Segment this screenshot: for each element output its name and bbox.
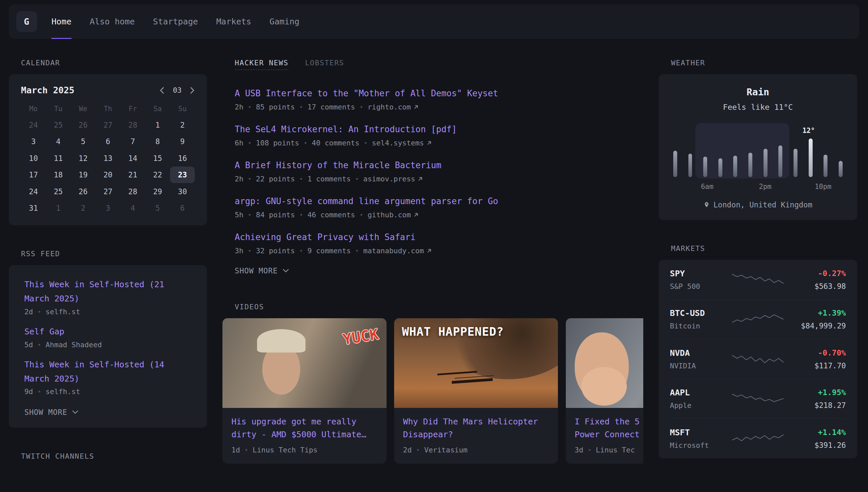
rss-item-link[interactable]: Self Gap <box>24 325 191 339</box>
separator-dot: • <box>360 212 363 218</box>
calendar-day[interactable]: 13 <box>96 150 120 167</box>
calendar-day[interactable]: 5 <box>71 133 96 150</box>
calendar-day[interactable]: 24 <box>21 183 46 199</box>
rss-item-source: Ahmad Shadeed <box>46 341 102 349</box>
calendar-day[interactable]: 3 <box>96 200 120 216</box>
calendar-day[interactable]: 9 <box>170 133 195 150</box>
story-domain[interactable]: sel4.systems <box>372 139 432 147</box>
calendar-day[interactable]: 26 <box>71 183 96 199</box>
separator-dot: • <box>37 388 41 395</box>
weather-bar <box>764 149 767 177</box>
calendar-day-grid: 2425262728123456789101112131415161718192… <box>21 117 195 216</box>
rss-item-link[interactable]: This Week in Self-Hosted (14 March 2025) <box>24 358 191 386</box>
story-domain[interactable]: matanabudy.com <box>363 247 431 255</box>
calendar-day[interactable]: 17 <box>21 167 46 183</box>
video-card[interactable]: WHAT HAPPENED?Why Did The Mars Helicopte… <box>394 318 558 464</box>
calendar-day[interactable]: 7 <box>120 133 145 150</box>
section-label-markets: MARKETS <box>659 244 857 253</box>
calendar-day[interactable]: 27 <box>96 117 120 133</box>
calendar-day[interactable]: 29 <box>145 183 170 199</box>
calendar-weekday-row: MoTuWeThFrSaSu <box>21 105 195 113</box>
calendar-day[interactable]: 25 <box>46 117 71 133</box>
calendar-day[interactable]: 5 <box>145 200 170 216</box>
market-row-aapl[interactable]: AAPLApple+1.95%$218.27 <box>670 379 846 419</box>
calendar-day[interactable]: 21 <box>120 167 145 183</box>
calendar-day[interactable]: 27 <box>96 183 120 199</box>
calendar-prev-button[interactable] <box>159 87 164 94</box>
nav-item-also-home[interactable]: Also home <box>89 4 134 39</box>
market-row-btc-usd[interactable]: BTC-USDBitcoin+1.39%$84,999.29 <box>670 299 846 339</box>
video-age: 1d <box>231 446 240 454</box>
app-logo[interactable]: G <box>16 11 37 32</box>
calendar-day[interactable]: 1 <box>46 200 71 216</box>
nav-item-startpage[interactable]: Startpage <box>153 4 198 39</box>
calendar-day[interactable]: 11 <box>46 150 71 167</box>
calendar-day[interactable]: 4 <box>46 133 71 150</box>
story-age: 2h <box>235 175 243 183</box>
show-more-rss[interactable]: SHOW MORE <box>24 397 191 425</box>
story-domain[interactable]: righto.com <box>367 103 419 111</box>
calendar-day[interactable]: 14 <box>120 150 145 167</box>
calendar-day[interactable]: 4 <box>120 200 145 216</box>
story: A USB Interface to the "Mother of All De… <box>235 87 643 111</box>
section-label-videos: VIDEOS <box>222 303 643 311</box>
calendar-day[interactable]: 20 <box>96 167 120 183</box>
calendar-day[interactable]: 26 <box>71 117 96 133</box>
rss-item-link[interactable]: This Week in Self-Hosted (21 March 2025) <box>24 278 191 306</box>
calendar-day[interactable]: 19 <box>71 167 96 183</box>
market-row-msft[interactable]: MSFTMicrosoft+1.14%$391.26 <box>670 418 846 458</box>
calendar-day[interactable]: 28 <box>120 117 145 133</box>
calendar-day-selected[interactable]: 23 <box>170 167 195 183</box>
calendar-day[interactable]: 12 <box>71 150 96 167</box>
story-link[interactable]: A USB Interface to the "Mother of All De… <box>235 87 643 100</box>
calendar-day[interactable]: 6 <box>170 200 195 216</box>
weather-location: London, United Kingdom <box>713 200 812 209</box>
video-thumbnail[interactable]: DO T T <box>566 318 643 408</box>
nav-item-home[interactable]: Home <box>51 4 72 39</box>
separator-dot: • <box>299 247 303 254</box>
market-row-nvda[interactable]: NVDANVIDIA-0.70%$117.70 <box>670 339 846 379</box>
calendar-day[interactable]: 31 <box>21 200 46 216</box>
story-link[interactable]: The SeL4 Microkernel: An Introduction [p… <box>235 123 643 136</box>
video-card[interactable]: YUCKHis upgrade got me really dirty - AM… <box>222 318 386 464</box>
calendar-day[interactable]: 28 <box>120 183 145 199</box>
market-right: -0.70%$117.70 <box>791 348 846 370</box>
calendar-day[interactable]: 16 <box>170 150 195 167</box>
calendar-day[interactable]: 6 <box>96 133 120 150</box>
video-card[interactable]: DO T TI Fixed the 5 Power Connect3d•Linu… <box>566 318 643 464</box>
calendar-day[interactable]: 25 <box>46 183 71 199</box>
video-title-link[interactable]: Why Did The Mars Helicopter Disappear? <box>403 415 549 441</box>
tab-lobsters[interactable]: LOBSTERS <box>305 59 344 70</box>
tab-hacker-news[interactable]: HACKER NEWS <box>235 59 288 70</box>
video-title-link[interactable]: His upgrade got me really dirty - AMD $5… <box>231 415 378 441</box>
story-link[interactable]: A Brief History of the Miracle Bacterium <box>235 158 643 172</box>
story-domain[interactable]: asimov.press <box>363 175 423 183</box>
calendar-day[interactable]: 30 <box>170 183 195 199</box>
market-row-spy[interactable]: SPYS&P 500-0.27%$563.98 <box>670 260 846 299</box>
video-title-link[interactable]: I Fixed the 5 Power Connect <box>575 415 643 441</box>
sparkline-chart <box>731 351 784 367</box>
nav-item-markets[interactable]: Markets <box>216 4 251 39</box>
story-domain[interactable]: github.com <box>367 211 419 219</box>
video-meta: 2d•Veritasium <box>403 446 549 454</box>
weather-bar <box>733 156 737 177</box>
calendar-day[interactable]: 3 <box>21 133 46 150</box>
show-more-stories[interactable]: SHOW MORE <box>222 267 643 275</box>
calendar-day[interactable]: 18 <box>46 167 71 183</box>
story-link[interactable]: argp: GNU-style command line argument pa… <box>235 195 643 208</box>
calendar-day[interactable]: 2 <box>71 200 96 216</box>
calendar-day[interactable]: 2 <box>170 117 195 133</box>
calendar-day[interactable]: 24 <box>21 117 46 133</box>
calendar-day[interactable]: 22 <box>145 167 170 183</box>
video-thumbnail[interactable]: YUCK <box>222 318 386 408</box>
calendar-day[interactable]: 15 <box>145 150 170 167</box>
calendar-day[interactable]: 1 <box>145 117 170 133</box>
story-link[interactable]: Achieving Great Privacy with Safari <box>235 230 643 244</box>
nav-item-gaming[interactable]: Gaming <box>269 4 299 39</box>
calendar-day[interactable]: 10 <box>21 150 46 167</box>
chevron-left-icon <box>159 87 164 94</box>
calendar-next-button[interactable] <box>190 87 195 94</box>
video-thumbnail[interactable]: WHAT HAPPENED? <box>394 318 558 408</box>
market-name: S&P 500 <box>670 282 725 291</box>
calendar-day[interactable]: 8 <box>145 133 170 150</box>
